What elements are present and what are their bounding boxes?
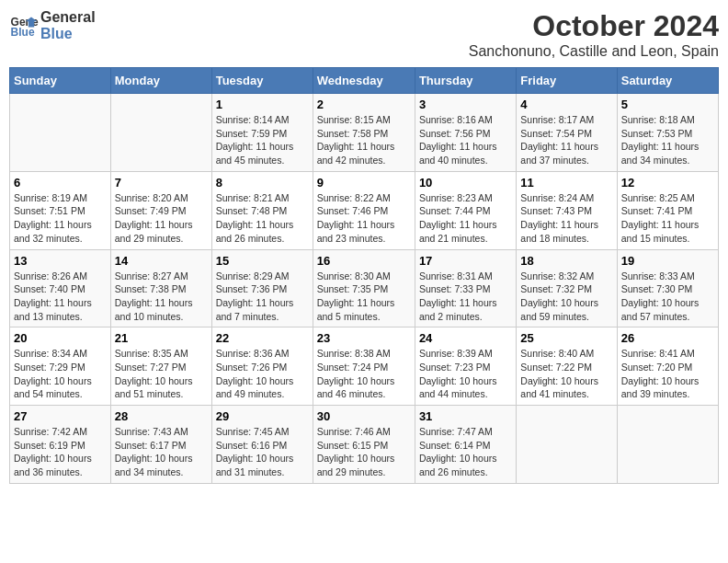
day-number: 13	[14, 254, 107, 268]
day-number: 20	[14, 331, 107, 345]
logo-icon: General Blue	[9, 11, 39, 40]
day-number: 5	[621, 98, 714, 111]
calendar-cell: 19Sunrise: 8:33 AMSunset: 7:30 PMDayligh…	[617, 249, 718, 327]
calendar-cell	[517, 406, 617, 484]
day-info: Sunrise: 8:31 AMSunset: 7:33 PMDaylight:…	[419, 270, 512, 324]
day-number: 1	[216, 98, 309, 111]
day-number: 18	[520, 254, 612, 268]
day-info: Sunrise: 8:15 AMSunset: 7:58 PMDaylight:…	[317, 113, 411, 167]
day-info: Sunrise: 8:17 AMSunset: 7:54 PMDaylight:…	[520, 113, 612, 167]
header-friday: Friday	[517, 68, 617, 94]
header-monday: Monday	[110, 68, 211, 94]
day-number: 27	[14, 409, 107, 423]
day-info: Sunrise: 8:21 AMSunset: 7:48 PMDaylight:…	[216, 191, 309, 246]
day-number: 19	[621, 254, 714, 268]
calendar-cell: 29Sunrise: 7:45 AMSunset: 6:16 PMDayligh…	[211, 406, 313, 484]
week-row-4: 20Sunrise: 8:34 AMSunset: 7:29 PMDayligh…	[10, 327, 719, 406]
day-number: 31	[419, 409, 512, 423]
day-number: 25	[520, 331, 612, 345]
week-row-2: 6Sunrise: 8:19 AMSunset: 7:51 PMDaylight…	[10, 171, 719, 249]
day-info: Sunrise: 8:25 AMSunset: 7:41 PMDaylight:…	[621, 191, 714, 246]
calendar-table: Sunday Monday Tuesday Wednesday Thursday…	[9, 67, 719, 484]
header-thursday: Thursday	[415, 68, 516, 94]
calendar-cell: 25Sunrise: 8:40 AMSunset: 7:22 PMDayligh…	[517, 327, 617, 406]
header-wednesday: Wednesday	[313, 68, 415, 94]
calendar-body: 1Sunrise: 8:14 AMSunset: 7:59 PMDaylight…	[10, 94, 719, 484]
svg-text:Blue: Blue	[11, 26, 35, 39]
day-info: Sunrise: 8:24 AMSunset: 7:43 PMDaylight:…	[520, 191, 612, 246]
day-info: Sunrise: 7:46 AMSunset: 6:15 PMDaylight:…	[317, 425, 411, 479]
day-info: Sunrise: 8:30 AMSunset: 7:35 PMDaylight:…	[317, 270, 411, 324]
calendar-cell: 3Sunrise: 8:16 AMSunset: 7:56 PMDaylight…	[415, 94, 516, 172]
calendar-cell: 4Sunrise: 8:17 AMSunset: 7:54 PMDaylight…	[517, 94, 617, 172]
day-info: Sunrise: 8:18 AMSunset: 7:53 PMDaylight:…	[621, 113, 714, 167]
day-info: Sunrise: 8:20 AMSunset: 7:49 PMDaylight:…	[115, 191, 208, 246]
calendar-cell: 31Sunrise: 7:47 AMSunset: 6:14 PMDayligh…	[415, 406, 516, 484]
calendar-cell: 13Sunrise: 8:26 AMSunset: 7:40 PMDayligh…	[10, 249, 111, 327]
calendar-cell: 9Sunrise: 8:22 AMSunset: 7:46 PMDaylight…	[313, 171, 415, 249]
title-block: October 2024 Sanchonuno, Castille and Le…	[469, 9, 719, 60]
logo-line1: General	[40, 9, 96, 26]
day-info: Sunrise: 8:41 AMSunset: 7:20 PMDaylight:…	[621, 347, 714, 401]
day-number: 21	[115, 331, 208, 345]
day-number: 26	[621, 331, 714, 345]
day-number: 12	[621, 176, 714, 190]
calendar-cell: 26Sunrise: 8:41 AMSunset: 7:20 PMDayligh…	[617, 327, 718, 406]
calendar-cell: 11Sunrise: 8:24 AMSunset: 7:43 PMDayligh…	[517, 171, 617, 249]
day-info: Sunrise: 8:35 AMSunset: 7:27 PMDaylight:…	[115, 347, 208, 401]
header-sunday: Sunday	[10, 68, 111, 94]
calendar-cell: 28Sunrise: 7:43 AMSunset: 6:17 PMDayligh…	[110, 406, 211, 484]
calendar-cell: 7Sunrise: 8:20 AMSunset: 7:49 PMDaylight…	[110, 171, 211, 249]
logo-line2: Blue	[40, 26, 96, 42]
calendar-cell: 30Sunrise: 7:46 AMSunset: 6:15 PMDayligh…	[313, 406, 415, 484]
week-row-3: 13Sunrise: 8:26 AMSunset: 7:40 PMDayligh…	[10, 249, 719, 327]
day-info: Sunrise: 8:39 AMSunset: 7:23 PMDaylight:…	[419, 347, 512, 401]
calendar-cell: 22Sunrise: 8:36 AMSunset: 7:26 PMDayligh…	[211, 327, 313, 406]
calendar-cell	[10, 94, 111, 172]
calendar-cell: 15Sunrise: 8:29 AMSunset: 7:36 PMDayligh…	[211, 249, 313, 327]
day-number: 16	[317, 254, 411, 268]
header-row: Sunday Monday Tuesday Wednesday Thursday…	[10, 68, 719, 94]
day-info: Sunrise: 8:33 AMSunset: 7:30 PMDaylight:…	[621, 270, 714, 324]
header-tuesday: Tuesday	[211, 68, 313, 94]
day-number: 6	[14, 176, 107, 190]
calendar-cell	[110, 94, 211, 172]
day-info: Sunrise: 8:34 AMSunset: 7:29 PMDaylight:…	[14, 347, 107, 401]
day-info: Sunrise: 8:32 AMSunset: 7:32 PMDaylight:…	[520, 270, 612, 324]
day-number: 9	[317, 176, 411, 190]
day-number: 17	[419, 254, 512, 268]
day-number: 3	[419, 98, 512, 111]
calendar-cell: 6Sunrise: 8:19 AMSunset: 7:51 PMDaylight…	[10, 171, 111, 249]
calendar-cell: 27Sunrise: 7:42 AMSunset: 6:19 PMDayligh…	[10, 406, 111, 484]
day-info: Sunrise: 7:43 AMSunset: 6:17 PMDaylight:…	[115, 425, 208, 479]
calendar-cell: 21Sunrise: 8:35 AMSunset: 7:27 PMDayligh…	[110, 327, 211, 406]
calendar-cell: 16Sunrise: 8:30 AMSunset: 7:35 PMDayligh…	[313, 249, 415, 327]
calendar-cell: 1Sunrise: 8:14 AMSunset: 7:59 PMDaylight…	[211, 94, 313, 172]
calendar-cell	[617, 406, 718, 484]
day-number: 8	[216, 176, 309, 190]
day-info: Sunrise: 8:19 AMSunset: 7:51 PMDaylight:…	[14, 191, 107, 246]
day-number: 7	[115, 176, 208, 190]
day-number: 15	[216, 254, 309, 268]
day-info: Sunrise: 7:45 AMSunset: 6:16 PMDaylight:…	[216, 425, 309, 479]
day-number: 14	[115, 254, 208, 268]
day-info: Sunrise: 8:14 AMSunset: 7:59 PMDaylight:…	[216, 113, 309, 167]
calendar-cell: 14Sunrise: 8:27 AMSunset: 7:38 PMDayligh…	[110, 249, 211, 327]
calendar-header: Sunday Monday Tuesday Wednesday Thursday…	[10, 68, 719, 94]
calendar-cell: 8Sunrise: 8:21 AMSunset: 7:48 PMDaylight…	[211, 171, 313, 249]
day-number: 30	[317, 409, 411, 423]
day-number: 22	[216, 331, 309, 345]
day-info: Sunrise: 8:23 AMSunset: 7:44 PMDaylight:…	[419, 191, 512, 246]
day-number: 10	[419, 176, 512, 190]
day-info: Sunrise: 8:38 AMSunset: 7:24 PMDaylight:…	[317, 347, 411, 401]
calendar-cell: 2Sunrise: 8:15 AMSunset: 7:58 PMDaylight…	[313, 94, 415, 172]
day-info: Sunrise: 8:26 AMSunset: 7:40 PMDaylight:…	[14, 270, 107, 324]
calendar-cell: 18Sunrise: 8:32 AMSunset: 7:32 PMDayligh…	[517, 249, 617, 327]
day-info: Sunrise: 7:47 AMSunset: 6:14 PMDaylight:…	[419, 425, 512, 479]
day-number: 28	[115, 409, 208, 423]
day-number: 4	[520, 98, 612, 111]
calendar-cell: 17Sunrise: 8:31 AMSunset: 7:33 PMDayligh…	[415, 249, 516, 327]
day-info: Sunrise: 7:42 AMSunset: 6:19 PMDaylight:…	[14, 425, 107, 479]
calendar-cell: 5Sunrise: 8:18 AMSunset: 7:53 PMDaylight…	[617, 94, 718, 172]
day-info: Sunrise: 8:22 AMSunset: 7:46 PMDaylight:…	[317, 191, 411, 246]
